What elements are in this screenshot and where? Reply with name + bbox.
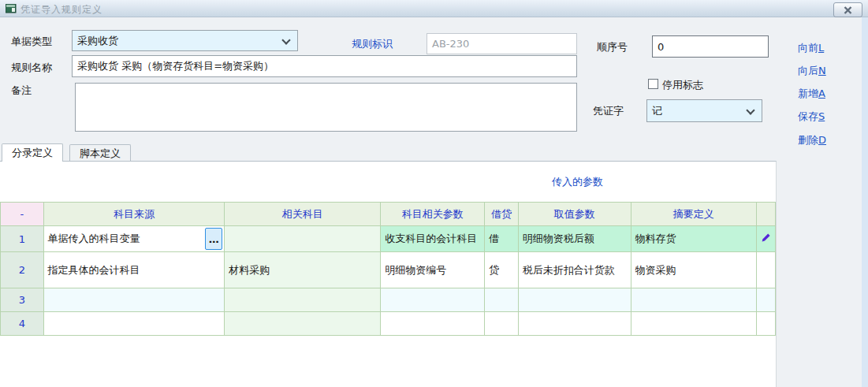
grid-row-2: 2 指定具体的会计科目 材料采购 明细物资编号 贷 税后未折扣合计货款 物资采购 (1, 252, 776, 288)
window-right-border (862, 17, 868, 387)
seq-no-label: 顺序号 (597, 40, 628, 54)
cell-subject-param[interactable] (381, 288, 485, 312)
cell-extra (756, 312, 775, 336)
row-number: 3 (1, 288, 44, 312)
voucher-word-select[interactable]: 记 (646, 99, 762, 122)
grid-row-3: 3 (1, 288, 776, 312)
cell-debit-credit[interactable]: 借 (485, 226, 519, 252)
cell-debit-credit[interactable] (485, 312, 519, 336)
grid-header-row: - 科目来源 相关科目 科目相关参数 借贷 取值参数 摘要定义 (1, 203, 776, 226)
cell-related-subject[interactable] (225, 288, 381, 312)
dialog-window: 凭证导入规则定义 单据类型 规则名称 备注 规则标识 顺序号 凭证字 采购收货 … (0, 0, 868, 387)
window-title: 凭证导入规则定义 (20, 3, 102, 17)
cell-value-param[interactable]: 明细物资税后额 (518, 226, 631, 252)
rule-id-value: AB-230 (432, 38, 469, 50)
row-number: 1 (1, 226, 44, 252)
cell-summary[interactable] (631, 312, 756, 336)
col-row-indicator: - (1, 203, 44, 226)
tab-script-definition-label: 脚本定义 (80, 147, 121, 161)
params-caption: 传入的参数 (552, 175, 603, 189)
titlebar: 凭证导入规则定义 (0, 0, 868, 17)
seq-no-input[interactable]: 0 (652, 35, 769, 58)
rule-name-label: 规则名称 (11, 61, 52, 75)
col-subject-source: 科目来源 (43, 203, 225, 226)
voucher-word-value: 记 (652, 104, 662, 118)
row-number: 2 (1, 252, 44, 288)
cell-summary[interactable] (631, 288, 756, 312)
cell-extra (756, 288, 775, 312)
cell-value-param[interactable]: 税后未折扣合计货款 (518, 252, 631, 288)
voucher-word-label: 凭证字 (593, 104, 624, 118)
tab-entry-definition[interactable]: 分录定义 (2, 143, 63, 162)
cell-debit-credit[interactable]: 贷 (485, 252, 519, 288)
cell-summary[interactable]: 物资采购 (631, 252, 756, 288)
delete-hotkey: D (818, 134, 826, 146)
cell-related-subject[interactable] (225, 226, 381, 252)
cell-extra (756, 226, 775, 252)
pen-icon (761, 233, 771, 243)
backward-label: 向后 (798, 65, 818, 76)
backward-hotkey: N (818, 65, 826, 76)
cell-subject-param[interactable]: 收支科目的会计科目 (381, 226, 485, 252)
col-value-param: 取值参数 (518, 203, 631, 226)
save-hotkey: S (818, 110, 825, 122)
doc-type-label: 单据类型 (11, 35, 52, 49)
grid-row-1: 1 单据传入的科目变量 … 收支科目的会计科目 借 明细物资税后额 物料存货 (1, 226, 776, 252)
row-number: 4 (1, 312, 44, 336)
save-label: 保存 (798, 110, 818, 122)
forward-label: 向前 (798, 42, 818, 54)
cell-value-param[interactable] (518, 312, 631, 336)
col-subject-param: 科目相关参数 (381, 203, 485, 226)
rule-id-input[interactable]: AB-230 (427, 33, 577, 54)
cell-debit-credit[interactable] (485, 288, 519, 312)
cell-subject-source[interactable] (43, 312, 225, 336)
col-related-subject: 相关科目 (225, 203, 381, 226)
cell-subject-param[interactable]: 明细物资编号 (381, 252, 485, 288)
col-extra (756, 203, 775, 226)
cell-value-param[interactable] (518, 288, 631, 312)
add-button[interactable]: 新增A (798, 87, 825, 101)
ellipsis-button[interactable]: … (205, 228, 222, 250)
disable-flag-checkbox[interactable] (648, 79, 658, 89)
cell-subject-param[interactable] (381, 312, 485, 336)
cell-related-subject[interactable]: 材料采购 (225, 252, 381, 288)
cell-subject-source[interactable]: 单据传入的科目变量 … (43, 226, 225, 252)
forward-hotkey: L (818, 42, 824, 54)
rule-name-value: 采购收货 采购（物资存货科目=物资采购） (77, 59, 274, 73)
tab-script-definition[interactable]: 脚本定义 (69, 144, 131, 162)
col-summary: 摘要定义 (631, 203, 756, 226)
chevron-down-icon (746, 106, 754, 114)
app-icon (6, 4, 17, 13)
cell-related-subject[interactable] (225, 312, 381, 336)
rule-name-input[interactable]: 采购收货 采购（物资存货科目=物资采购） (72, 55, 577, 77)
cell-extra (756, 252, 775, 288)
disable-flag-label: 停用标志 (662, 78, 703, 92)
close-icon (844, 6, 852, 14)
chevron-down-icon (281, 35, 290, 44)
cell-text: 单据传入的科目变量 (48, 233, 140, 244)
close-button[interactable] (833, 2, 862, 17)
remark-label: 备注 (11, 84, 32, 98)
rule-id-label: 规则标识 (352, 37, 393, 51)
rules-grid: - 科目来源 相关科目 科目相关参数 借贷 取值参数 摘要定义 1 单据传入的科… (0, 202, 776, 336)
doc-type-select[interactable]: 采购收货 (72, 30, 298, 51)
grid-row-4: 4 (1, 312, 776, 336)
col-debit-credit: 借贷 (485, 203, 519, 226)
delete-button[interactable]: 删除D (798, 133, 826, 147)
backward-button[interactable]: 向后N (798, 64, 826, 78)
entry-definition-panel: 传入的参数 - 科目来源 相关科目 科目相关参数 借贷 取值参数 摘要定义 1 … (0, 161, 777, 387)
cell-subject-source[interactable] (43, 288, 225, 312)
cell-subject-source[interactable]: 指定具体的会计科目 (43, 252, 225, 288)
save-button[interactable]: 保存S (798, 110, 825, 124)
add-hotkey: A (818, 87, 825, 99)
remark-textarea[interactable] (75, 83, 577, 132)
doc-type-value: 采购收货 (77, 34, 118, 48)
delete-label: 删除 (798, 134, 818, 146)
cell-summary[interactable]: 物料存货 (631, 226, 756, 252)
tab-entry-definition-label: 分录定义 (12, 146, 53, 160)
forward-button[interactable]: 向前L (798, 41, 824, 55)
add-label: 新增 (798, 87, 818, 99)
seq-no-value: 0 (658, 41, 664, 53)
